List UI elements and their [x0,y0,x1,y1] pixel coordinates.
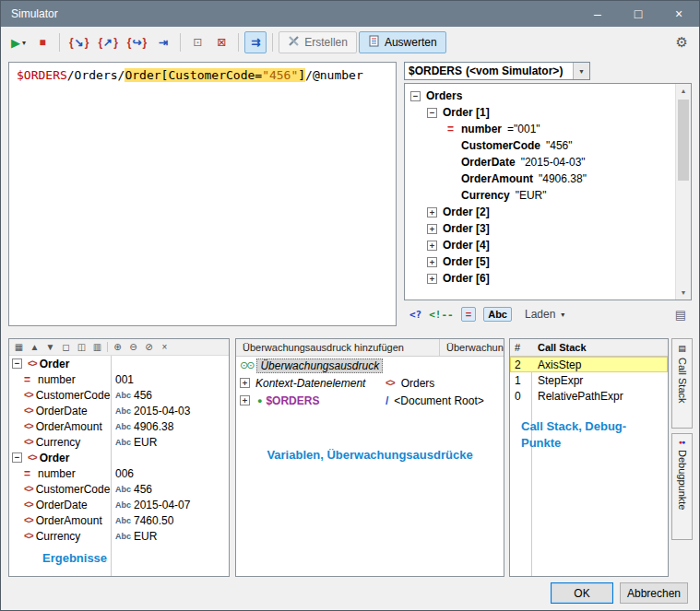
settings-button[interactable]: ⚙ [676,34,688,51]
callstack-row[interactable]: 1StepExpr [510,372,668,388]
attribute-toggle[interactable]: = [461,307,476,322]
element-icon: <> [24,390,33,400]
callstack-header: # Call Stack [510,339,668,357]
processing-instruction-icon[interactable]: <? [409,309,421,321]
comment-icon[interactable]: <!-- [429,309,454,321]
auswerten-button[interactable]: Auswerten [359,31,446,53]
text-toggle[interactable]: Abc [483,307,512,322]
tree-scrollbar[interactable]: ▲ ▼ [675,84,691,300]
result-row[interactable]: <>CurrencyAbcEUR [9,528,229,544]
add-watch-button[interactable]: Überwachungsausdruck hinzufügen [236,339,440,356]
result-name: Order [40,358,70,370]
ok-button[interactable]: OK [551,582,613,604]
step-into-button[interactable]: {↘} [65,31,92,53]
tree-node-currency[interactable]: Currency"EUR" [447,187,674,204]
tree-node-number[interactable]: =number="001" [447,121,674,137]
result-row[interactable]: <>OrderDateAbc2015-04-07 [9,497,229,512]
results-column-divider[interactable] [111,356,112,576]
step-out-button[interactable]: {↗} [94,31,121,53]
watch-row-context[interactable]: +Kontext-Datenelement <>Orders [236,374,504,392]
result-row[interactable]: −<>Order [9,450,229,465]
chevron-down-icon[interactable]: ▼ [573,63,589,79]
tab-debugpunkte[interactable]: ●● Debugpunkte [671,433,693,540]
node-value: "456" [546,139,573,152]
text-type-icon: Abc [115,485,131,494]
tree-node-orders[interactable]: −Orders [410,88,674,104]
collapse-icon[interactable]: − [410,91,421,101]
result-row[interactable]: <>OrderAmountAbc4906.38 [9,418,229,434]
minimize-button[interactable]: – [577,1,618,27]
result-row[interactable]: <>OrderDateAbc2015-04-03 [9,403,229,418]
tab-call-stack[interactable]: ▤ Call Stack [671,338,693,429]
scroll-up-icon[interactable]: ▲ [676,84,691,98]
collapse-icon[interactable]: − [427,108,437,118]
expand-icon[interactable]: + [427,257,437,267]
tree-node-orderdate[interactable]: OrderDate"2015-04-03" [447,154,674,170]
result-row[interactable]: =number001 [9,371,229,387]
grid-icon[interactable]: ▦ [13,342,25,352]
zoom-reset-icon[interactable]: ⊘ [143,342,155,352]
insert-breakpoint-button[interactable]: ⊡ [186,31,208,53]
zoom-out-icon[interactable]: ⊖ [127,342,139,352]
close-icon: × [675,6,682,21]
tree-node-orderamount[interactable]: OrderAmount"4906.38" [447,170,674,187]
tree-node-order2[interactable]: +Order [2] [427,204,674,220]
element-icon: <> [24,515,33,525]
trace-toggle-button[interactable]: ⇉ [244,31,267,53]
element-icon: <> [28,358,37,369]
zoom-in-icon[interactable]: ⊕ [112,342,124,352]
result-row[interactable]: −<>Order [9,356,229,371]
watch-more-button[interactable]: Überwachungsausdr... [440,339,504,356]
tree-node-order5[interactable]: +Order [5] [427,253,674,270]
watch-row-variable[interactable]: +●$ORDERS /<Document Root> [236,392,504,409]
watch-caption: Variablen, Überwachungsausdrücke [236,448,504,462]
variable-selector[interactable]: $ORDERS (<vom Simulator>) ▼ [404,62,590,80]
expression-editor[interactable]: $ORDERS/Orders/Order[CustomerCode="456"]… [8,62,397,326]
split-view-icon[interactable]: ◫ [76,342,88,352]
stop-button[interactable]: ■ [31,31,53,53]
cancel-button[interactable]: Abbrechen [620,582,688,604]
result-row[interactable]: <>CustomerCodeAbc456 [9,481,229,497]
sort-asc-icon[interactable]: ▲ [29,342,41,352]
erstellen-button[interactable]: Erstellen [279,31,357,53]
result-row[interactable]: =number006 [9,465,229,481]
start-debug-button[interactable]: ▶ ▾ [7,31,30,53]
laden-dropdown[interactable]: Laden▾ [525,308,564,321]
result-row[interactable]: <>CustomerCodeAbc456 [9,387,229,403]
expand-icon[interactable]: + [427,274,437,284]
tree-node-order6[interactable]: +Order [6] [427,270,674,287]
callstack-row[interactable]: 0RelativePathExpr [510,388,668,404]
run-to-cursor-button[interactable]: ⇥ [152,31,174,53]
evaluate-icon [368,35,380,50]
copy-icon[interactable]: ◻ [60,342,72,352]
expand-icon[interactable]: + [240,395,250,405]
tree-node-order4[interactable]: +Order [4] [427,237,674,253]
tree-node-order3[interactable]: +Order [3] [427,220,674,237]
close-button[interactable]: × [658,1,699,27]
result-row[interactable]: <>OrderAmountAbc7460.50 [9,512,229,528]
remove-breakpoints-button[interactable]: ⊠ [210,31,232,53]
scroll-down-icon[interactable]: ▼ [676,286,691,300]
step-over-button[interactable]: {↪} [124,31,150,53]
maximize-button[interactable]: □ [618,1,658,27]
sort-desc-icon[interactable]: ▼ [44,342,56,352]
titlebar[interactable]: Simulator – □ × [1,1,699,27]
export-button[interactable]: ▤ [675,308,686,322]
expand-icon[interactable]: + [427,241,437,251]
scrollbar-thumb[interactable] [678,100,689,181]
stop-icon: ■ [39,36,45,49]
callstack-row[interactable]: 2AxisStep [510,357,668,372]
watch-row-expression[interactable]: ⊙⊙Überwachungsausdruck [236,357,504,374]
result-row[interactable]: <>CurrencyAbcEUR [9,434,229,450]
expression-highlight: ] [298,68,305,82]
table-view-icon[interactable]: ▥ [91,342,103,352]
tree-node-customercode[interactable]: CustomerCode"456" [447,137,674,154]
expand-icon[interactable]: + [427,224,437,234]
collapse-icon[interactable]: − [12,452,22,463]
expand-icon[interactable]: + [240,378,250,388]
watch-icon: ⊙⊙ [240,359,253,371]
clear-icon[interactable]: × [159,342,171,352]
expand-icon[interactable]: + [427,207,437,217]
collapse-icon[interactable]: − [12,358,22,369]
tree-node-order1[interactable]: −Order [1] [427,104,674,121]
